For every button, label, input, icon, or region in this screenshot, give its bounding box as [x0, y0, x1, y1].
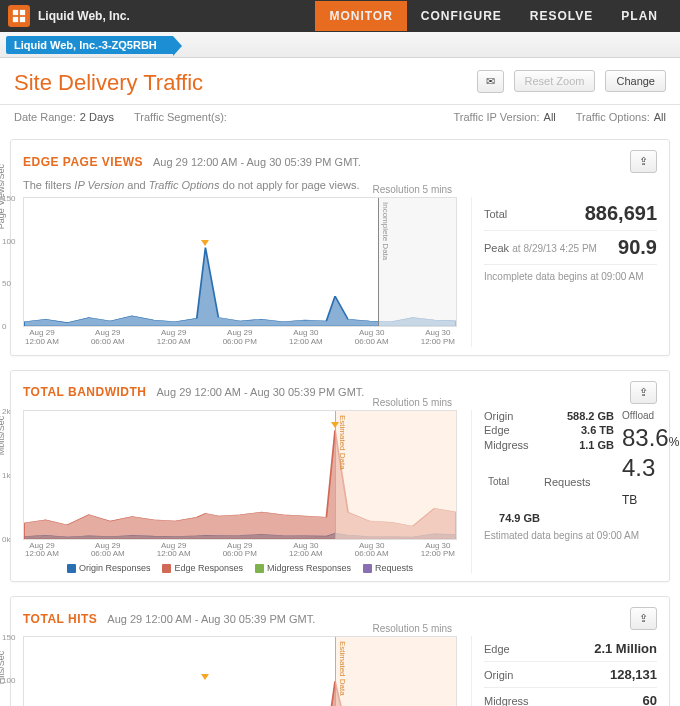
panel-title: EDGE PAGE VIEWS: [23, 155, 143, 169]
panel-range: Aug 29 12:00 AM - Aug 30 05:39 PM GMT.: [107, 613, 315, 625]
stats-edge-page-views: Total886,691 Peak at 8/29/13 4:25 PM90.9…: [471, 197, 657, 347]
chart-total-bandwidth[interactable]: Resolution 5 mins Mbits/Sec Estimated Da…: [23, 410, 457, 540]
export-button[interactable]: ⇪: [630, 607, 657, 630]
resolution-label: Resolution 5 mins: [373, 184, 452, 195]
export-icon: ⇪: [639, 386, 648, 398]
svg-rect-3: [20, 17, 25, 22]
brand-name: Liquid Web, Inc.: [38, 9, 130, 23]
panel-total-bandwidth: TOTAL BANDWIDTH Aug 29 12:00 AM - Aug 30…: [10, 370, 670, 583]
stats-note: Estimated data begins at 09:00 AM: [484, 524, 657, 541]
svg-rect-2: [13, 17, 18, 22]
nav-configure[interactable]: CONFIGURE: [407, 1, 516, 31]
ip-version-value: All: [544, 111, 556, 123]
stats-note: Incomplete data begins at 09:00 AM: [484, 265, 657, 282]
nav-plan[interactable]: PLAN: [607, 1, 672, 31]
stat-midgress: 1.1 GB: [544, 439, 614, 451]
stats-total-hits: Edge2.1 Million Origin128,131 Midgress60…: [471, 636, 657, 706]
stat-requests: 74.9 GB: [484, 512, 540, 524]
page-title: Site Delivery Traffic: [14, 70, 467, 96]
nav-resolve[interactable]: RESOLVE: [516, 1, 607, 31]
panel-total-hits: TOTAL HITS Aug 29 12:00 AM - Aug 30 05:3…: [10, 596, 670, 706]
page-header: Site Delivery Traffic ✉ Reset Zoom Chang…: [0, 58, 680, 105]
stats-total-bandwidth: Origin588.2 GBOffload Edge3.6 TB83.6% Mi…: [471, 410, 657, 574]
panel-title: TOTAL BANDWIDTH: [23, 385, 147, 399]
top-bar: Liquid Web, Inc. MONITOR CONFIGURE RESOL…: [0, 0, 680, 32]
stat-origin: 128,131: [610, 667, 657, 682]
y-axis-label: Mbits/Sec: [0, 415, 6, 455]
stat-midgress: 60: [643, 693, 657, 706]
stat-edge: 3.6 TB: [544, 424, 614, 436]
traffic-options-value: All: [654, 111, 666, 123]
date-range-value: 2 Days: [80, 111, 114, 123]
ip-version-label: Traffic IP Version:: [454, 111, 540, 123]
nav-monitor[interactable]: MONITOR: [315, 1, 406, 31]
stat-total: 4.3 TB: [618, 454, 668, 510]
breadcrumb[interactable]: Liquid Web, Inc.-3-ZQ5RBH: [6, 36, 173, 54]
filter-bar: Date Range:2 Days Traffic Segment(s): Tr…: [0, 105, 680, 133]
svg-rect-1: [20, 10, 25, 15]
chart-legend: Origin Responses Edge Responses Midgress…: [23, 559, 457, 573]
stat-peak: 90.9: [618, 236, 657, 259]
export-icon: ⇪: [639, 612, 648, 624]
export-button[interactable]: ⇪: [630, 150, 657, 173]
stat-offload: 83.6%: [618, 424, 668, 452]
export-button[interactable]: ⇪: [630, 381, 657, 404]
mail-button[interactable]: ✉: [477, 70, 504, 93]
panel-edge-page-views: EDGE PAGE VIEWS Aug 29 12:00 AM - Aug 30…: [10, 139, 670, 356]
panel-range: Aug 29 12:00 AM - Aug 30 05:39 PM GMT.: [157, 386, 365, 398]
traffic-options-label: Traffic Options:: [576, 111, 650, 123]
chart-total-hits[interactable]: Resolution 5 mins Hits/Sec Estimated Dat…: [23, 636, 457, 706]
resolution-label: Resolution 5 mins: [373, 397, 452, 408]
segments-label: Traffic Segment(s):: [134, 111, 227, 123]
x-axis-ticks: Aug 29 12:00 AMAug 29 06:00 AMAug 29 12:…: [23, 540, 457, 560]
change-button[interactable]: Change: [605, 70, 666, 92]
brand-icon: [8, 5, 30, 27]
stat-edge: 2.1 Million: [594, 641, 657, 656]
mail-icon: ✉: [486, 75, 495, 87]
panel-note: The filters IP Version and Traffic Optio…: [23, 179, 657, 191]
resolution-label: Resolution 5 mins: [373, 623, 452, 634]
date-range-label: Date Range:: [14, 111, 76, 123]
breadcrumb-bar: Liquid Web, Inc.-3-ZQ5RBH: [0, 32, 680, 58]
x-axis-ticks: Aug 29 12:00 AMAug 29 06:00 AMAug 29 12:…: [23, 327, 457, 347]
svg-rect-0: [13, 10, 18, 15]
reset-zoom-button[interactable]: Reset Zoom: [514, 70, 596, 92]
export-icon: ⇪: [639, 155, 648, 167]
stat-total: 886,691: [585, 202, 657, 225]
chart-edge-page-views[interactable]: Resolution 5 mins Page Views/Sec Incompl…: [23, 197, 457, 327]
stat-origin: 588.2 GB: [544, 410, 614, 422]
panel-title: TOTAL HITS: [23, 612, 97, 626]
panel-range: Aug 29 12:00 AM - Aug 30 05:39 PM GMT.: [153, 156, 361, 168]
